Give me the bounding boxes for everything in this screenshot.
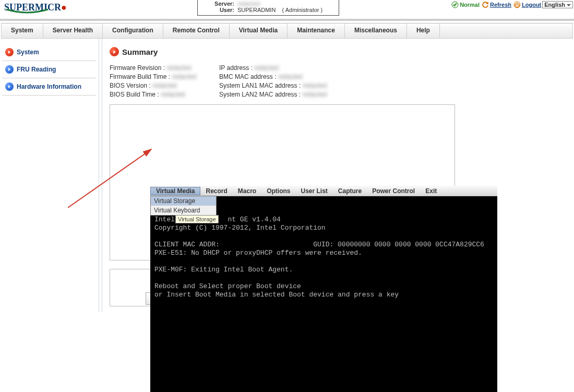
- menu-server-health[interactable]: Server Health: [43, 23, 103, 38]
- logout-link[interactable]: Logout: [522, 2, 541, 8]
- refresh-icon[interactable]: [482, 1, 489, 8]
- dropdown-virtual-keyboard[interactable]: Virtual Keyboard: [151, 206, 216, 215]
- server-info-box: Server: redacted User: SUPERADMIN ( Admi…: [197, 0, 339, 16]
- sidebar-item-label: FRU Reading: [17, 66, 56, 73]
- menu-maintenance[interactable]: Maintenance: [288, 23, 345, 38]
- console-menu-options[interactable]: Options: [261, 187, 295, 195]
- server-value: redacted: [237, 1, 333, 7]
- console-menu-power-control[interactable]: Power Control: [367, 187, 420, 195]
- console-menu-macro[interactable]: Macro: [233, 187, 261, 195]
- language-select[interactable]: English: [542, 1, 573, 8]
- arrow-right-icon: [5, 65, 14, 74]
- status-text: Normal: [460, 2, 480, 8]
- console-output: Intel ... nt GE v1.4.04 Copyright (C) 19…: [150, 212, 497, 302]
- refresh-link[interactable]: Refresh: [490, 2, 511, 8]
- user-label: User:: [203, 7, 237, 13]
- sidebar: System FRU Reading Hardware Information: [0, 39, 98, 312]
- sidebar-item-label: System: [17, 49, 39, 56]
- menu-virtual-media[interactable]: Virtual Media: [230, 23, 288, 38]
- sidebar-item-fru-reading[interactable]: FRU Reading: [2, 61, 96, 78]
- menu-help[interactable]: Help: [407, 23, 440, 38]
- header-right: Normal Refresh Logout English: [449, 1, 573, 8]
- header: SUPERMICR● Server: redacted User: SUPERA…: [0, 0, 574, 21]
- logo: SUPERMICR●: [0, 0, 71, 15]
- virtual-media-dropdown: Virtual Storage Virtual Keyboard: [150, 196, 217, 216]
- user-value: SUPERADMIN ( Administrator ): [237, 7, 333, 13]
- dropdown-virtual-storage[interactable]: Virtual Storage: [151, 196, 216, 206]
- console-menu-record[interactable]: Record: [200, 187, 232, 195]
- console-menu-exit[interactable]: Exit: [420, 187, 442, 195]
- remote-console[interactable]: Intel ... nt GE v1.4.04 Copyright (C) 19…: [150, 196, 497, 392]
- menu-remote-control[interactable]: Remote Control: [163, 23, 230, 38]
- arrow-right-icon: [5, 48, 14, 56]
- sidebar-item-system[interactable]: System: [2, 44, 96, 61]
- status-ok-icon: [451, 1, 459, 8]
- console-menubar: Virtual Media Record Macro Options User …: [150, 186, 497, 196]
- console-menu-user-list[interactable]: User List: [295, 187, 332, 195]
- menu-configuration[interactable]: Configuration: [103, 23, 163, 38]
- sidebar-item-label: Hardware Information: [17, 83, 81, 90]
- menu-system[interactable]: System: [2, 23, 43, 38]
- info-right-col: IP address : redacted BMC MAC address : …: [219, 64, 339, 99]
- console-menu-capture[interactable]: Capture: [333, 187, 367, 195]
- console-menu-virtual-media[interactable]: Virtual Media: [150, 187, 200, 195]
- arrow-right-icon: [110, 47, 119, 56]
- server-label: Server:: [203, 1, 237, 7]
- sidebar-item-hardware-info[interactable]: Hardware Information: [2, 78, 96, 96]
- tooltip: Virtual Storage: [175, 215, 219, 223]
- menu-miscellaneous[interactable]: Miscellaneous: [345, 23, 407, 38]
- logout-icon[interactable]: [513, 1, 521, 8]
- system-info: Firmware Revision : redacted Firmware Bu…: [110, 64, 569, 99]
- page-title: Summary: [110, 47, 569, 56]
- info-left-col: Firmware Revision : redacted Firmware Bu…: [110, 64, 219, 99]
- main-menubar: System Server Health Configuration Remot…: [1, 23, 573, 39]
- arrow-right-icon: [5, 82, 14, 91]
